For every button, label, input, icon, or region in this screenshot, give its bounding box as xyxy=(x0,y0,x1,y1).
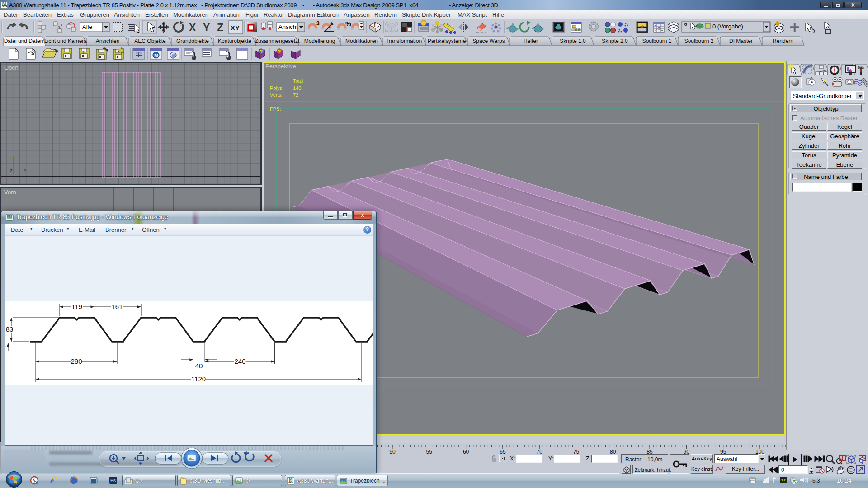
svg-text:Licht und Kamera: Licht und Kamera xyxy=(44,38,87,44)
svg-text:40: 40 xyxy=(195,362,203,370)
svg-text:Grundobjekte: Grundobjekte xyxy=(176,38,209,44)
svg-text:Konturobjekte: Konturobjekte xyxy=(218,38,251,44)
svg-text:?: ? xyxy=(260,49,263,54)
svg-text:y: y xyxy=(12,156,15,161)
svg-text:Modellierung: Modellierung xyxy=(304,38,335,44)
svg-text:1120: 1120 xyxy=(191,375,206,383)
svg-text:FPS:: FPS: xyxy=(270,106,281,112)
svg-text:119: 119 xyxy=(71,303,82,310)
svg-text:Ansichten: Ansichten xyxy=(96,38,120,44)
svg-text:T: T xyxy=(373,23,376,28)
svg-text:?: ? xyxy=(278,49,281,54)
svg-text:Ps: Ps xyxy=(110,478,116,483)
svg-text:Polys:: Polys: xyxy=(270,85,283,91)
svg-text:X: X xyxy=(189,22,196,33)
svg-text:140: 140 xyxy=(293,85,301,91)
svg-text:3: 3 xyxy=(316,20,320,27)
svg-text:Soulbourn 1: Soulbourn 1 xyxy=(642,38,672,44)
svg-text:x: x xyxy=(24,167,27,173)
svg-text:%: % xyxy=(345,20,351,28)
svg-text:XY: XY xyxy=(231,24,240,32)
svg-text:Alle: Alle xyxy=(82,23,92,30)
svg-text:Skripte 2.0: Skripte 2.0 xyxy=(602,38,628,44)
svg-text:240: 240 xyxy=(234,357,245,365)
svg-text:Partikelsysteme: Partikelsysteme xyxy=(428,38,466,44)
svg-text:0 (Vorgabe): 0 (Vorgabe) xyxy=(712,23,743,30)
svg-text:Ansicht: Ansicht xyxy=(278,23,298,30)
svg-text:Rendern: Rendern xyxy=(773,38,793,44)
svg-text:Transformation: Transformation xyxy=(386,38,422,44)
svg-text:72: 72 xyxy=(293,92,298,98)
svg-text:Y: Y xyxy=(203,22,210,33)
svg-text:Modifikatoren: Modifikatoren xyxy=(345,38,378,44)
svg-text:Total: Total xyxy=(293,78,303,84)
svg-text:Zusammengesetzt: Zusammengesetzt xyxy=(255,38,300,44)
svg-text:83: 83 xyxy=(6,325,14,333)
svg-text:Soulbourn 2: Soulbourn 2 xyxy=(684,38,714,44)
svg-text:161: 161 xyxy=(111,303,123,310)
svg-text:Datei und Daten: Datei und Daten xyxy=(4,38,43,44)
svg-text:Helfer: Helfer xyxy=(524,38,538,44)
svg-text:M: M xyxy=(154,53,158,58)
svg-text:Space Warps: Space Warps xyxy=(472,38,505,44)
svg-text:Verts:: Verts: xyxy=(270,92,283,98)
svg-text:280: 280 xyxy=(71,357,82,365)
svg-text:t: t xyxy=(5,344,6,351)
svg-text:DI Master: DI Master xyxy=(729,38,753,44)
svg-text:Skripte 1.0: Skripte 1.0 xyxy=(560,38,586,44)
svg-text:Z: Z xyxy=(217,22,223,33)
svg-text:z: z xyxy=(10,168,13,173)
svg-text:AEC Objekte: AEC Objekte xyxy=(134,38,166,44)
